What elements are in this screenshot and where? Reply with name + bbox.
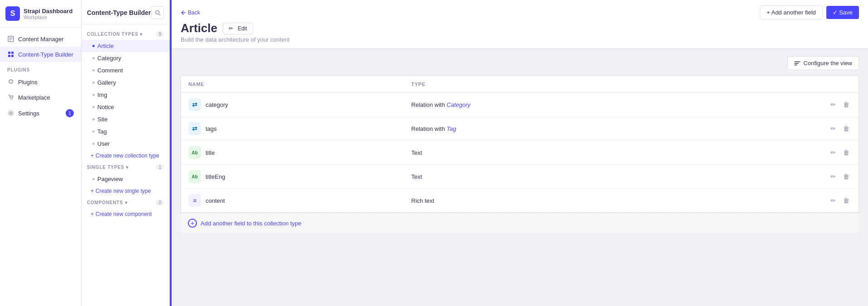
sidebar-item-plugins[interactable]: Plugins (0, 74, 81, 90)
ctb-item-dot (92, 81, 95, 84)
field-actions-cell: ✏ 🗑 (706, 165, 859, 189)
ctb-item-site[interactable]: Site (82, 113, 169, 125)
svg-point-10 (10, 112, 12, 114)
delete-field-button[interactable]: 🗑 (841, 99, 851, 110)
relation-field-icon: ⇄ (188, 98, 201, 111)
field-type-label: Rich text (411, 197, 434, 204)
gear-icon (7, 110, 14, 117)
plus-icon: + (91, 211, 94, 217)
data-table: NAME TYPE ⇄ category Rel (181, 76, 859, 213)
sidebar-item-settings[interactable]: Settings 1 (0, 105, 81, 121)
collection-types-label: COLLECTION TYPES ▾ (87, 32, 143, 37)
page-title: Article (181, 21, 217, 35)
main-content: Back + Add another field ✓ Save Article … (172, 0, 868, 306)
main-header: Back + Add another field ✓ Save Article … (172, 0, 868, 49)
delete-field-button[interactable]: 🗑 (841, 171, 851, 182)
add-field-button[interactable]: + Add another field (760, 5, 823, 19)
collection-types-header[interactable]: COLLECTION TYPES ▾ 9 (82, 29, 169, 40)
add-field-circle-icon: + (188, 219, 197, 228)
sidebar-nav: Content Manager Content-Type Builder PLU… (0, 28, 81, 306)
ctb-item-article[interactable]: Article (82, 40, 169, 52)
delete-field-button[interactable]: 🗑 (841, 147, 851, 158)
text-field-icon: Ab (188, 170, 201, 183)
sidebar-item-plugins-label: Plugins (18, 79, 38, 86)
field-name-cell: ⇄ tags (181, 117, 404, 141)
edit-field-button[interactable]: ✏ (829, 99, 838, 110)
field-type-cell: Text (404, 141, 705, 165)
save-button[interactable]: ✓ Save (826, 6, 859, 19)
relation-field-icon: ⇄ (188, 122, 201, 135)
edit-field-button[interactable]: ✏ (829, 147, 838, 158)
actions-column-header (706, 76, 859, 93)
delete-field-button[interactable]: 🗑 (841, 195, 851, 206)
ctb-panel-title: Content-Type Builder (87, 9, 151, 17)
settings-badge: 1 (66, 109, 74, 117)
single-types-count: 1 (156, 164, 164, 170)
edit-button[interactable]: ✏ Edit (223, 23, 253, 34)
chevron-down-icon: ▾ (140, 32, 143, 37)
plugins-section-label: PLUGINS (0, 62, 81, 74)
sidebar-item-content-manager[interactable]: Content Manager (0, 31, 81, 47)
configure-view-button[interactable]: Configure the view (787, 56, 859, 70)
ctb-item-notice[interactable]: Notice (82, 101, 169, 113)
chevron-down-icon: ▾ (125, 200, 128, 205)
ctb-item-dot (92, 106, 95, 108)
ctb-panel-header: Content-Type Builder (82, 0, 169, 25)
back-link[interactable]: Back (181, 10, 200, 16)
chevron-down-icon: ▾ (126, 165, 129, 170)
ctb-item-category[interactable]: Category (82, 52, 169, 64)
table-row: Ab titleEng Text ✏ 🗑 (181, 165, 859, 189)
create-collection-type-link[interactable]: + Create new collection type (82, 150, 169, 162)
ctb-item-pageview[interactable]: Pageview (82, 173, 169, 185)
delete-field-button[interactable]: 🗑 (841, 123, 851, 134)
ctb-item-tag[interactable]: Tag (82, 125, 169, 138)
components-count: 0 (156, 200, 164, 206)
brand-logo: S (5, 6, 20, 21)
field-name-cell: ≡ content (181, 189, 404, 213)
single-types-header[interactable]: SINGLE TYPES ▾ 1 (82, 162, 169, 173)
field-type-cell: Text (404, 165, 705, 189)
ctb-item-comment[interactable]: Comment (82, 64, 169, 76)
add-field-row-label: Add another field to this collection typ… (201, 220, 302, 227)
edit-field-button[interactable]: ✏ (829, 195, 838, 206)
edit-field-button[interactable]: ✏ (829, 123, 838, 134)
brand-name: Strapi Dashboard (24, 8, 72, 14)
field-type-cell: Relation with Tag (404, 117, 705, 141)
richtext-field-icon: ≡ (188, 194, 201, 207)
ctb-item-gallery[interactable]: Gallery (82, 76, 169, 89)
field-name-cell: ⇄ category (181, 93, 404, 117)
ctb-item-dot (92, 130, 95, 133)
sidebar: S Strapi Dashboard Workplace Content Man… (0, 0, 82, 306)
create-component-link[interactable]: + Create new component (82, 208, 169, 220)
edit-field-button[interactable]: ✏ (829, 171, 838, 182)
text-field-icon: Ab (188, 146, 201, 159)
create-single-type-link[interactable]: + Create new single type (82, 185, 169, 197)
sidebar-item-content-type-builder[interactable]: Content-Type Builder (0, 47, 81, 62)
ctb-item-dot (92, 178, 95, 180)
plus-icon: + (91, 188, 94, 194)
ctb-search-button[interactable] (151, 6, 164, 19)
field-name-label: content (206, 197, 225, 204)
table-header: NAME TYPE (181, 76, 859, 93)
table-row: Ab title Text ✏ 🗑 (181, 141, 859, 165)
svg-point-8 (10, 99, 11, 100)
field-type-cell: Relation with Category (404, 93, 705, 117)
ctb-panel: Content-Type Builder COLLECTION TYPES ▾ … (82, 0, 170, 306)
svg-rect-5 (11, 52, 14, 54)
sidebar-item-content-manager-label: Content Manager (18, 36, 63, 43)
add-field-to-collection-row[interactable]: + Add another field to this collection t… (181, 213, 859, 233)
pencil-icon: ✏ (229, 25, 233, 32)
ctb-item-dot (92, 57, 95, 59)
field-type-label: Relation with Category (411, 101, 470, 108)
ctb-item-img[interactable]: Img (82, 89, 169, 101)
plus-icon: + (91, 153, 94, 159)
components-header[interactable]: COMPONENTS ▾ 0 (82, 197, 169, 208)
ctb-item-user[interactable]: User (82, 138, 169, 150)
field-type-label: Text (411, 149, 422, 156)
field-actions-cell: ✏ 🗑 (706, 93, 859, 117)
field-actions-cell: ✏ 🗑 (706, 189, 859, 213)
sidebar-item-marketplace[interactable]: Marketplace (0, 90, 81, 105)
ctb-item-dot (92, 143, 95, 145)
brand-workspace: Workplace (24, 14, 72, 20)
field-name-label: titleEng (206, 173, 225, 180)
